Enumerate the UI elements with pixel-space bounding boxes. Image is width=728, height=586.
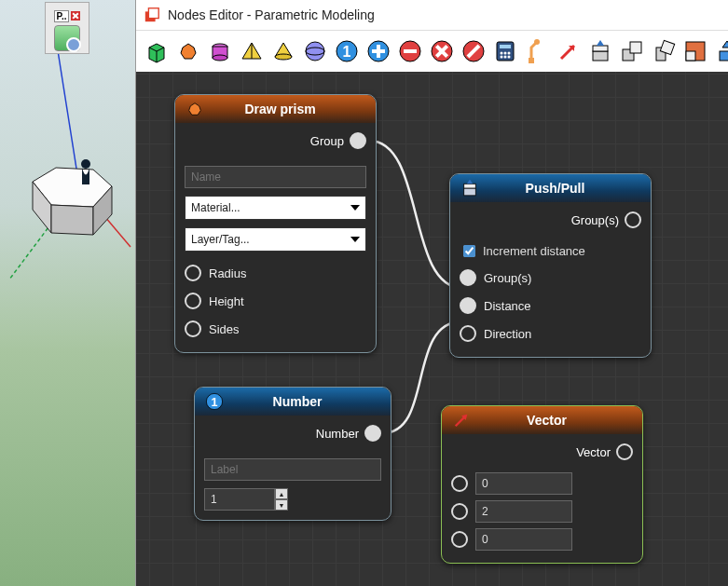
- svg-point-20: [306, 42, 324, 61]
- port-in-height[interactable]: [185, 293, 201, 309]
- box-icon[interactable]: [142, 36, 172, 66]
- titlebar[interactable]: Nodes Editor - Parametric Modeling: [136, 0, 728, 31]
- output-number: Number: [195, 416, 391, 445]
- svg-marker-48: [597, 40, 604, 46]
- svg-rect-43: [529, 58, 534, 63]
- scale-icon[interactable]: [680, 36, 710, 66]
- vector-z-row: [451, 525, 633, 553]
- svg-marker-12: [181, 44, 196, 59]
- port-out-number[interactable]: [364, 425, 381, 442]
- output-groups: Group(s): [450, 202, 651, 232]
- vector-x-input[interactable]: [475, 472, 572, 495]
- pushpull-icon[interactable]: [585, 36, 615, 66]
- vector-icon: [451, 410, 472, 430]
- node-number[interactable]: 1 Number Number ▲▼: [194, 387, 391, 521]
- input-distance: Distance: [460, 292, 641, 320]
- svg-rect-61: [464, 184, 476, 188]
- align-icon[interactable]: [712, 36, 728, 66]
- number-icon: 1: [204, 391, 225, 412]
- node-header[interactable]: Draw prism: [175, 95, 376, 123]
- node-title: Vector: [481, 413, 612, 428]
- svg-point-7: [81, 159, 90, 169]
- prism-icon: [185, 99, 205, 119]
- node-header[interactable]: 1 Number: [195, 388, 391, 416]
- port-in-sides[interactable]: [185, 320, 201, 337]
- input-sides: Sides: [185, 315, 366, 343]
- number-spinner[interactable]: ▲▼: [275, 488, 288, 511]
- cylinder-icon[interactable]: [205, 36, 235, 66]
- port-in-z[interactable]: [451, 531, 468, 548]
- increment-checkbox-row: Increment distance: [460, 238, 641, 264]
- node-vector[interactable]: Vector Vector: [441, 405, 643, 564]
- svg-point-41: [508, 56, 511, 59]
- number-icon[interactable]: 1: [332, 36, 362, 66]
- add-icon[interactable]: [364, 36, 393, 66]
- svg-marker-56: [722, 41, 728, 48]
- editor-toolbar: 1: [136, 31, 728, 73]
- move-icon[interactable]: [617, 36, 647, 66]
- svg-rect-9: [148, 8, 158, 19]
- pushpull-icon: [460, 178, 480, 198]
- nodes-editor-window: Nodes Editor - Parametric Modeling 1: [135, 0, 728, 586]
- svg-point-15: [213, 55, 227, 61]
- vector-icon[interactable]: [554, 36, 584, 66]
- svg-rect-50: [630, 42, 641, 53]
- port-in-radius[interactable]: [185, 265, 201, 281]
- svg-rect-35: [500, 45, 511, 48]
- prism-icon[interactable]: [173, 36, 203, 66]
- sphere-icon[interactable]: [300, 36, 330, 66]
- vector-x-row: [451, 470, 633, 497]
- svg-text:1: 1: [212, 396, 218, 409]
- cone-icon[interactable]: [268, 36, 298, 66]
- vector-y-row: [451, 497, 633, 525]
- sketchup-logo-icon: [144, 7, 160, 23]
- port-in-groups[interactable]: [460, 269, 476, 286]
- number-value-input[interactable]: [204, 488, 275, 511]
- divide-icon[interactable]: [459, 36, 488, 66]
- point-icon[interactable]: [522, 36, 552, 66]
- port-in-x[interactable]: [451, 475, 468, 492]
- port-in-distance[interactable]: [460, 297, 476, 314]
- svg-point-39: [501, 56, 503, 59]
- node-pushpull[interactable]: Push/Pull Group(s) Increment distance Gr…: [449, 173, 652, 358]
- svg-point-36: [501, 52, 503, 55]
- node-title: Number: [234, 394, 361, 409]
- output-vector: Vector: [442, 434, 642, 464]
- parametric-modeling-icon[interactable]: [54, 25, 80, 51]
- rotate-icon[interactable]: [649, 36, 679, 66]
- vector-z-input[interactable]: [475, 528, 572, 551]
- svg-text:1: 1: [343, 44, 351, 60]
- port-out-group[interactable]: [350, 132, 366, 149]
- node-title: Draw prism: [214, 102, 346, 116]
- subtract-icon[interactable]: [395, 36, 425, 66]
- node-header[interactable]: Push/Pull: [450, 174, 651, 202]
- svg-point-40: [504, 56, 507, 59]
- vector-y-input[interactable]: [475, 500, 572, 523]
- sketchup-viewport: [0, 0, 135, 586]
- material-select[interactable]: Material...: [185, 196, 366, 220]
- increment-checkbox[interactable]: [463, 245, 475, 257]
- close-icon[interactable]: [71, 11, 80, 20]
- node-header[interactable]: Vector: [442, 406, 642, 434]
- port-in-y[interactable]: [451, 503, 468, 520]
- pyramid-icon[interactable]: [237, 36, 267, 66]
- svg-rect-46: [593, 51, 608, 61]
- input-radius: Radius: [185, 259, 366, 287]
- name-input[interactable]: [185, 166, 366, 188]
- port-out-vector[interactable]: [616, 443, 633, 460]
- svg-marker-62: [467, 180, 473, 184]
- label-input[interactable]: [204, 458, 381, 481]
- plugin-toolbar[interactable]: P..: [45, 2, 89, 54]
- svg-rect-54: [686, 51, 695, 61]
- node-draw-prism[interactable]: Draw prism Group Material... Layer/Tag..…: [174, 94, 377, 353]
- multiply-icon[interactable]: [427, 36, 457, 66]
- port-in-direction[interactable]: [460, 325, 476, 342]
- svg-point-38: [508, 52, 511, 55]
- node-canvas[interactable]: Draw prism Group Material... Layer/Tag..…: [136, 72, 728, 586]
- calculator-icon[interactable]: [490, 36, 520, 66]
- layer-select[interactable]: Layer/Tag...: [185, 227, 366, 252]
- svg-rect-47: [593, 46, 608, 51]
- input-height: Height: [185, 287, 366, 315]
- port-out-groups[interactable]: [625, 211, 641, 228]
- input-direction: Direction: [460, 320, 641, 348]
